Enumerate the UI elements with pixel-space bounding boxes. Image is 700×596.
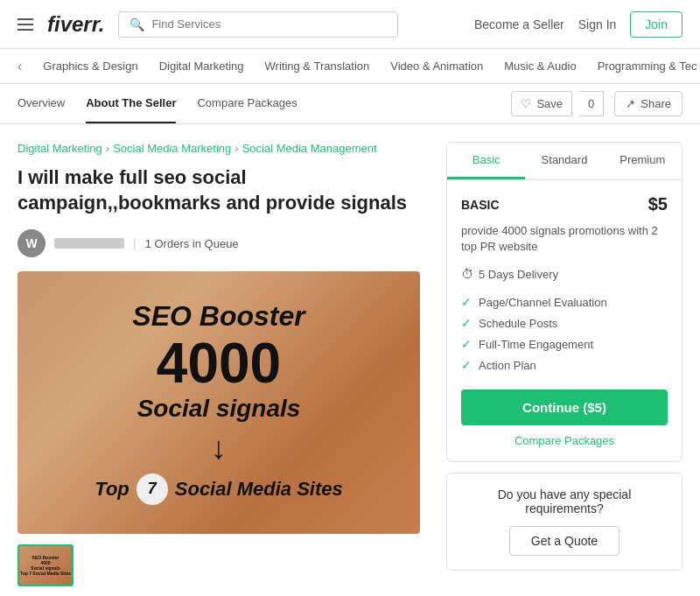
breadcrumb-management[interactable]: Social Media Management	[242, 142, 377, 155]
main-content: Digital Marketing › Social Media Marketi…	[0, 124, 700, 596]
pkg-tab-standard[interactable]: Standard	[525, 143, 603, 179]
left-column: Digital Marketing › Social Media Marketi…	[18, 142, 446, 586]
hamburger-menu[interactable]	[18, 18, 33, 31]
breadcrumb: Digital Marketing › Social Media Marketi…	[18, 142, 429, 155]
package-tabs: Basic Standard Premium	[447, 143, 682, 180]
search-bar: 🔍	[118, 11, 398, 38]
package-name: BASIC	[461, 198, 500, 212]
package-features: ✓ Page/Channel Evaluation ✓ Schedule Pos…	[461, 291, 668, 375]
check-icon-2: ✓	[461, 316, 472, 330]
pkg-tab-premium[interactable]: Premium	[604, 143, 682, 179]
cat-music[interactable]: Music & Audio	[504, 60, 576, 73]
header: fiverr. 🔍 Become a Seller Sign In Join	[0, 0, 700, 49]
package-delivery: ⏱ 5 Days Delivery	[461, 267, 668, 281]
save-count: 0	[579, 91, 604, 116]
feature-label-4: Action Plan	[479, 359, 536, 372]
feature-label-3: Full-Time Engagement	[479, 338, 593, 351]
category-nav: ‹ Graphics & Design Digital Marketing Wr…	[0, 49, 700, 84]
bottom-suffix: Social Media Sites	[175, 478, 343, 501]
check-icon-3: ✓	[461, 337, 472, 351]
cat-programming[interactable]: Programming & Tec	[598, 60, 697, 73]
cat-video[interactable]: Video & Animation	[390, 60, 483, 73]
logo[interactable]: fiverr.	[47, 12, 104, 37]
bottom-text: Top	[94, 478, 130, 501]
share-icon: ↗	[626, 97, 635, 110]
gig-img-title: SEO Booster	[132, 301, 304, 332]
package-name-row: BASIC $5	[461, 194, 668, 214]
feature-3: ✓ Full-Time Engagement	[461, 333, 668, 354]
gig-img-badge: 7	[136, 473, 168, 505]
seller-info: W | 1 Orders in Queue	[18, 229, 429, 257]
package-price: $5	[648, 194, 668, 214]
continue-button[interactable]: Continue ($5)	[461, 389, 668, 425]
cat-nav-left-arrow[interactable]: ‹	[18, 59, 22, 74]
thumb-text-1: SEO Booster4000Social signalsTop 7 Socia…	[20, 555, 71, 576]
tab-about-seller[interactable]: About The Seller	[86, 84, 176, 123]
search-input[interactable]	[151, 18, 387, 31]
gig-img-subtitle: Social signals	[137, 395, 301, 423]
gig-img-arrow: ↓	[211, 430, 227, 466]
logo-text: fiverr	[47, 12, 99, 36]
feature-label-1: Page/Channel Evaluation	[479, 296, 607, 309]
avatar: W	[18, 229, 46, 257]
quote-question: Do you have any special requirements?	[461, 487, 668, 515]
feature-1: ✓ Page/Channel Evaluation	[461, 291, 668, 312]
compare-packages-link[interactable]: Compare Packages	[461, 434, 668, 447]
clock-icon: ⏱	[461, 267, 473, 281]
breadcrumb-sep-2: ›	[234, 142, 238, 155]
heart-icon: ♡	[521, 97, 531, 110]
sign-in-link[interactable]: Sign In	[578, 18, 617, 32]
seller-separator: |	[133, 236, 136, 250]
cat-graphics[interactable]: Graphics & Design	[43, 60, 137, 73]
gig-image-main: SEO Booster 4000 Social signals ↓ Top 7 …	[18, 271, 420, 534]
cat-digital[interactable]: Digital Marketing	[159, 60, 244, 73]
save-label: Save	[536, 97, 563, 110]
tab-bar: Overview About The Seller Compare Packag…	[0, 84, 700, 124]
cat-writing[interactable]: Writing & Translation	[265, 60, 370, 73]
check-icon-1: ✓	[461, 295, 472, 309]
gig-image: SEO Booster 4000 Social signals ↓ Top 7 …	[18, 271, 420, 534]
package-description: provide 4000 signals promotions with 2 t…	[461, 223, 668, 255]
breadcrumb-digital[interactable]: Digital Marketing	[18, 142, 102, 155]
seller-orders: 1 Orders in Queue	[145, 237, 239, 250]
search-icon: 🔍	[130, 18, 144, 32]
join-button[interactable]: Join	[630, 11, 682, 38]
get-quote-button[interactable]: Get a Quote	[509, 526, 620, 556]
thumbnail-1[interactable]: SEO Booster4000Social signalsTop 7 Socia…	[18, 544, 74, 586]
feature-4: ✓ Action Plan	[461, 354, 668, 375]
delivery-text: 5 Days Delivery	[479, 268, 558, 281]
tab-actions: ♡ Save 0 ↗ Share	[511, 91, 682, 116]
feature-label-2: Schedule Posts	[479, 317, 557, 330]
package-panel: Basic Standard Premium BASIC $5 provide …	[446, 142, 682, 462]
package-body: BASIC $5 provide 4000 signals promotions…	[447, 180, 682, 461]
share-label: Share	[640, 97, 671, 110]
tab-compare[interactable]: Compare Packages	[197, 84, 297, 123]
gig-img-bottom: Top 7 Social Media Sites	[94, 473, 342, 505]
breadcrumb-sep-1: ›	[106, 142, 109, 155]
tab-overview[interactable]: Overview	[18, 84, 65, 123]
feature-2: ✓ Schedule Posts	[461, 312, 668, 333]
check-icon-4: ✓	[461, 358, 472, 372]
header-nav: Become a Seller Sign In Join	[474, 11, 682, 38]
thumbnail-strip: SEO Booster4000Social signalsTop 7 Socia…	[18, 544, 429, 586]
gig-title: I will make full seo social campaign,,bo…	[18, 165, 429, 215]
seller-name	[54, 238, 124, 249]
right-column: Basic Standard Premium BASIC $5 provide …	[446, 142, 682, 586]
breadcrumb-social-media[interactable]: Social Media Marketing	[113, 142, 231, 155]
quote-panel: Do you have any special requirements? Ge…	[446, 473, 682, 571]
share-button[interactable]: ↗ Share	[614, 91, 682, 116]
gig-img-number: 4000	[157, 335, 281, 391]
pkg-tab-basic[interactable]: Basic	[447, 143, 525, 179]
become-seller-link[interactable]: Become a Seller	[474, 18, 564, 32]
save-button[interactable]: ♡ Save	[511, 91, 572, 116]
